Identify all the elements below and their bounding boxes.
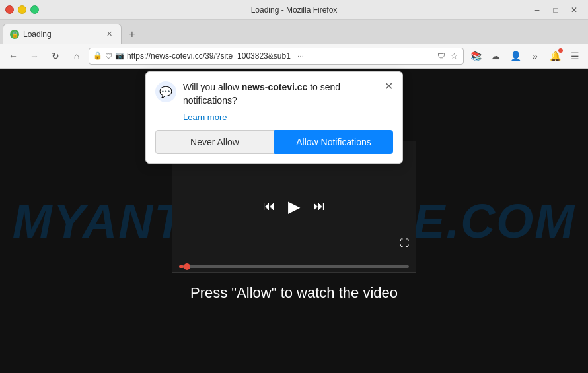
url-text: https://news-cotevi.cc/39/?site=1003823&… (127, 51, 433, 61)
title-bar-left (5, 5, 39, 14)
tab-bar: 🔒 Loading ✕ + (0, 20, 588, 44)
video-control-buttons: ⏮ ▶ ⏭ (263, 197, 325, 216)
notifications-button[interactable]: 🔔 (546, 47, 564, 65)
reload-button[interactable]: ↻ (46, 47, 65, 65)
account-button[interactable]: 👤 (506, 47, 525, 65)
address-bar-icons: 🛡 ☆ (436, 50, 459, 62)
nav-bar: ← → ↻ ⌂ 🔒 🛡 📷 https://news-cotevi.cc/39/… (0, 44, 588, 69)
never-allow-button[interactable]: Never Allow (155, 130, 274, 154)
popup-site-name: news-cotevi.cc (242, 82, 308, 92)
minimize-traffic-light[interactable] (18, 5, 26, 14)
back-button[interactable]: ← (4, 47, 22, 65)
title-bar: Loading - Mozilla Firefox – □ ✕ (0, 0, 588, 20)
popup-learn-more-link[interactable]: Learn more (183, 112, 393, 122)
extensions-button[interactable]: » (526, 47, 544, 65)
progress-dot (184, 263, 190, 270)
notification-popup: 💬 Will you allow news-cotevi.cc to send … (145, 71, 403, 164)
popup-close-button[interactable]: ✕ (385, 81, 393, 92)
close-button[interactable]: ✕ (566, 3, 583, 17)
library-button[interactable]: 📚 (466, 47, 485, 65)
bookmark-button[interactable]: ☆ (449, 50, 459, 62)
popup-chat-icon: 💬 (155, 81, 176, 102)
home-button[interactable]: ⌂ (67, 47, 86, 65)
popup-buttons: Never Allow Allow Notifications (155, 130, 393, 154)
lock-icon: 🔒 (93, 51, 102, 60)
tab-title: Loading (23, 30, 100, 39)
press-allow-text: Press "Allow" to watch the video (190, 285, 398, 302)
maximize-button[interactable]: □ (547, 3, 564, 17)
prev-button[interactable]: ⏮ (263, 199, 275, 213)
forward-button[interactable]: → (25, 47, 44, 65)
close-traffic-light[interactable] (5, 5, 14, 14)
minimize-button[interactable]: – (529, 3, 546, 17)
maximize-traffic-light[interactable] (30, 5, 39, 14)
shield-icon: 🛡 (105, 52, 112, 60)
progress-fill (179, 265, 184, 268)
allow-notifications-button[interactable]: Allow Notifications (274, 130, 393, 154)
popup-header: 💬 Will you allow news-cotevi.cc to send … (155, 81, 393, 107)
active-tab[interactable]: 🔒 Loading ✕ (3, 24, 122, 44)
progress-bar[interactable] (179, 265, 409, 268)
window-title: Loading - Mozilla Firefox (251, 5, 338, 15)
menu-button[interactable]: ☰ (566, 47, 584, 65)
address-bar[interactable]: 🔒 🛡 📷 https://news-cotevi.cc/39/?site=10… (89, 48, 464, 65)
fullscreen-button[interactable]: ⛶ (400, 238, 409, 248)
next-button[interactable]: ⏭ (313, 199, 325, 213)
video-controls (172, 261, 416, 272)
main-content: MYANTISPYWARE.COM ⏮ ▶ ⏭ ⛶ Press "Allow" … (0, 69, 588, 373)
toolbar-right: 📚 ☁ 👤 » 🔔 ☰ (466, 47, 584, 65)
tab-favicon: 🔒 (10, 30, 19, 39)
play-button[interactable]: ▶ (288, 197, 300, 216)
sync-button[interactable]: ☁ (486, 47, 505, 65)
window-controls: – □ ✕ (529, 3, 583, 17)
popup-question: Will you allow news-cotevi.cc to send no… (183, 81, 378, 107)
camera-icon: 📷 (115, 51, 124, 60)
shield-verify-button[interactable]: 🛡 (436, 50, 447, 62)
new-tab-button[interactable]: + (123, 25, 141, 44)
tab-close-button[interactable]: ✕ (104, 29, 114, 40)
